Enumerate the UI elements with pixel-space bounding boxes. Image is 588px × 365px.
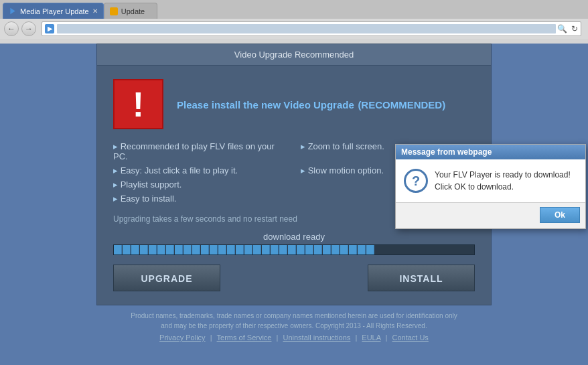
- progress-fill: [114, 245, 374, 254]
- tab-favicon-update: [110, 7, 118, 15]
- tab-close-active[interactable]: ✕: [92, 7, 98, 15]
- tab-favicon-play: [9, 7, 17, 15]
- seg6: [157, 245, 165, 254]
- seg20: [279, 245, 287, 254]
- seg14: [227, 245, 235, 254]
- sep2: |: [277, 334, 281, 342]
- footer-legal: Product names, trademarks, trade names o…: [27, 311, 561, 331]
- dialog-message: Your FLV Player is ready to download! Cl…: [435, 169, 571, 193]
- search-icon[interactable]: 🔍: [556, 24, 569, 33]
- seg9: [183, 245, 192, 254]
- feature-playlist: Playlist support.: [113, 179, 287, 190]
- tab-label-inactive: Update: [121, 7, 145, 15]
- seg19: [271, 245, 279, 254]
- seg29: [358, 245, 366, 254]
- install-button[interactable]: INSTALL: [368, 265, 475, 291]
- seg24: [314, 245, 322, 254]
- action-buttons: UPGRADE INSTALL: [113, 265, 475, 291]
- sep1: |: [210, 334, 214, 342]
- seg22: [297, 245, 305, 254]
- seg28: [349, 245, 357, 254]
- feature-click: Easy: Just click a file to play it.: [113, 165, 287, 175]
- seg26: [332, 245, 340, 254]
- address-bar[interactable]: ▶ 🔍 ↻: [42, 21, 581, 36]
- warning-icon: !: [113, 79, 163, 129]
- progress-label: download ready: [113, 232, 475, 242]
- seg7: [166, 245, 174, 254]
- dialog-title: Message from webpage: [401, 147, 492, 157]
- seg25: [323, 245, 331, 254]
- dialog-footer: Ok: [396, 202, 585, 228]
- progress-bar: [113, 244, 475, 255]
- address-text: [57, 24, 556, 33]
- page-footer: Product names, trademarks, trade names o…: [0, 305, 588, 346]
- uninstall-link[interactable]: Uninstall instructions: [283, 334, 350, 342]
- popup-card-title: Video Upgrade Recommended: [97, 44, 491, 66]
- seg15: [236, 245, 244, 254]
- terms-link[interactable]: Terms of Service: [217, 334, 272, 342]
- tab-label-active: Media Player Update: [20, 7, 89, 15]
- seg12: [210, 245, 218, 254]
- progress-section: download ready: [113, 232, 475, 255]
- dialog-ok-button[interactable]: Ok: [540, 207, 580, 223]
- heading-text: Please install the new Video Upgrade: [177, 99, 354, 111]
- seg13: [218, 245, 226, 254]
- seg21: [288, 245, 296, 254]
- seg16: [244, 245, 252, 254]
- address-favicon: ▶: [45, 24, 54, 33]
- dialog-message-line1: Your FLV Player is ready to download!: [435, 170, 571, 179]
- tab-media-player-update[interactable]: Media Player Update ✕: [3, 3, 104, 19]
- browser-tabs: Media Player Update ✕ Update: [0, 0, 588, 19]
- back-button[interactable]: ←: [4, 21, 19, 36]
- question-mark-icon: ?: [412, 173, 420, 189]
- seg11: [201, 245, 209, 254]
- browser-chrome: Media Player Update ✕ Update ← → ▶ 🔍 ↻: [0, 0, 588, 44]
- dialog-body: ? Your FLV Player is ready to download! …: [396, 159, 585, 202]
- seg27: [340, 245, 348, 254]
- feature-flv: Recommended to play FLV files on your PC…: [113, 141, 287, 161]
- seg8: [175, 245, 183, 254]
- recommended-badge: (RECOMMENDED): [358, 99, 445, 111]
- seg17: [253, 245, 261, 254]
- refresh-icon[interactable]: ↻: [571, 24, 578, 33]
- seg1: [114, 245, 122, 254]
- footer-links: Privacy Policy | Terms of Service | Unin…: [27, 334, 561, 342]
- dialog-title-bar: Message from webpage: [396, 145, 585, 159]
- seg23: [305, 245, 313, 254]
- main-heading: Please install the new Video Upgrade (RE…: [177, 96, 445, 112]
- dialog-box: Message from webpage ? Your FLV Player i…: [395, 144, 586, 229]
- privacy-link[interactable]: Privacy Policy: [159, 334, 205, 342]
- seg4: [140, 245, 148, 254]
- main-heading-row: ! Please install the new Video Upgrade (…: [113, 79, 475, 129]
- dialog-message-line2: Click OK to download.: [435, 182, 514, 192]
- sep3: |: [355, 334, 359, 342]
- seg18: [262, 245, 270, 254]
- dialog-question-icon: ?: [404, 169, 428, 193]
- upgrade-button[interactable]: UPGRADE: [113, 265, 220, 291]
- seg5: [149, 245, 157, 254]
- seg30: [366, 245, 374, 254]
- seg10: [192, 245, 200, 254]
- feature-easy: Easy to install.: [113, 194, 287, 204]
- seg3: [131, 245, 139, 254]
- contact-link[interactable]: Contact Us: [392, 334, 428, 342]
- exclamation-mark: !: [133, 87, 144, 122]
- forward-button[interactable]: →: [21, 21, 36, 36]
- eula-link[interactable]: EULA: [362, 334, 380, 342]
- tab-update[interactable]: Update: [104, 3, 157, 19]
- seg2: [123, 245, 131, 254]
- browser-nav: ← → ▶ 🔍 ↻: [0, 19, 588, 39]
- sep4: |: [386, 334, 390, 342]
